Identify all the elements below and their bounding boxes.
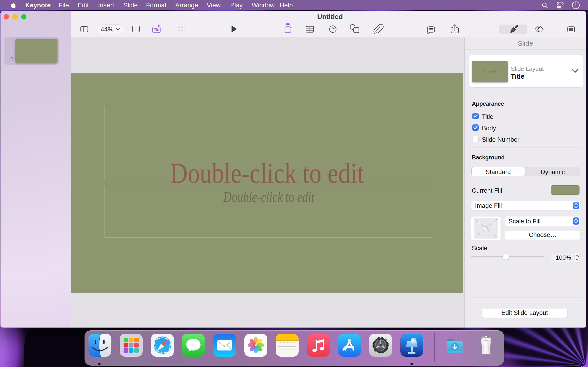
svg-text:?: ? xyxy=(485,227,486,230)
svg-text:44%: 44% xyxy=(101,26,113,33)
